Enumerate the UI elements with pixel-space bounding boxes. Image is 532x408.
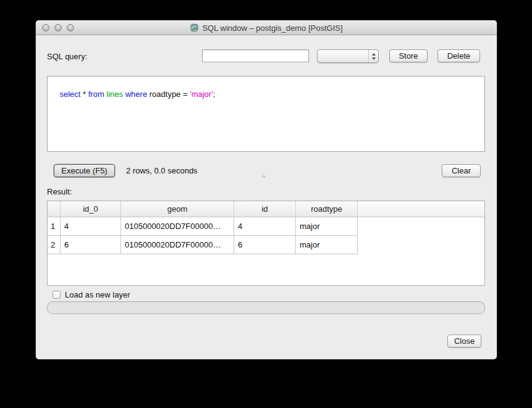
row-number-cell[interactable]: 1 <box>48 217 61 235</box>
sql-window: SQL window – postgis_demo [PostGIS] SQL … <box>36 20 497 359</box>
cell-id[interactable]: 4 <box>234 217 296 235</box>
sql-token: lines <box>106 90 123 99</box>
result-table: id_0 geom id roadtype 1 4 0105000020DD7F… <box>47 201 485 286</box>
sql-token: * <box>80 90 88 99</box>
sql-token: ; <box>213 90 216 99</box>
sql-token: where <box>125 90 147 99</box>
store-button[interactable]: Store <box>389 49 428 62</box>
zoom-window-icon[interactable] <box>67 24 74 31</box>
titlebar[interactable]: SQL window – postgis_demo [PostGIS] <box>36 20 497 35</box>
cell-geom[interactable]: 0105000020DD7F00000… <box>121 217 234 235</box>
close-button[interactable]: Close <box>447 335 481 348</box>
column-header-id[interactable]: id <box>234 201 296 217</box>
column-header-geom[interactable]: geom <box>121 201 234 217</box>
splitter-handle-icon[interactable]: ^ <box>260 175 268 181</box>
cell-id0[interactable]: 4 <box>61 217 121 235</box>
row-number-cell[interactable]: 2 <box>48 236 61 254</box>
load-as-new-layer-checkbox[interactable] <box>53 291 61 299</box>
column-header-id0[interactable]: id_0 <box>61 201 121 217</box>
query-status-text: 2 rows, 0.0 seconds <box>126 164 198 177</box>
sql-window-icon <box>190 23 199 33</box>
delete-button[interactable]: Delete <box>437 49 480 62</box>
corner-header <box>48 201 61 217</box>
cell-geom[interactable]: 0105000020DD7F00000… <box>121 236 234 254</box>
dropdown-stepper-icon <box>368 50 378 62</box>
header-filler <box>358 201 484 217</box>
cell-roadtype[interactable]: major <box>296 236 358 254</box>
layer-name-field <box>47 301 485 314</box>
minimize-window-icon[interactable] <box>54 24 62 31</box>
column-header-roadtype[interactable]: roadtype <box>296 201 358 217</box>
result-label: Result: <box>47 187 72 196</box>
table-row[interactable]: 1 4 0105000020DD7F00000… 4 major <box>48 217 358 236</box>
stored-query-dropdown[interactable] <box>317 49 379 63</box>
traffic-lights <box>42 24 74 31</box>
query-name-input[interactable] <box>202 49 309 62</box>
sql-token: 'major' <box>190 90 213 99</box>
sql-query-label: SQL query: <box>47 52 87 61</box>
sql-token: from <box>88 90 104 99</box>
title-area: SQL window – postgis_demo [PostGIS] <box>36 20 497 35</box>
cell-roadtype[interactable]: major <box>296 217 358 235</box>
sql-editor[interactable]: select * from lines where roadtype = 'ma… <box>47 76 485 152</box>
window-title: SQL window – postgis_demo [PostGIS] <box>202 23 342 33</box>
result-table-header: id_0 geom id roadtype <box>48 201 484 217</box>
cell-id[interactable]: 6 <box>234 236 296 254</box>
sql-statement: select * from lines where roadtype = 'ma… <box>59 90 215 99</box>
clear-button[interactable]: Clear <box>442 164 481 177</box>
close-window-icon[interactable] <box>42 24 49 31</box>
cell-id0[interactable]: 6 <box>61 236 121 254</box>
sql-token: select <box>59 90 80 99</box>
load-as-new-layer-row: Load as new layer <box>53 289 130 299</box>
load-as-new-layer-label: Load as new layer <box>65 290 130 299</box>
sql-token: roadtype = <box>147 90 190 99</box>
execute-button[interactable]: Execute (F5) <box>54 164 115 177</box>
table-row[interactable]: 2 6 0105000020DD7F00000… 6 major <box>48 236 358 254</box>
